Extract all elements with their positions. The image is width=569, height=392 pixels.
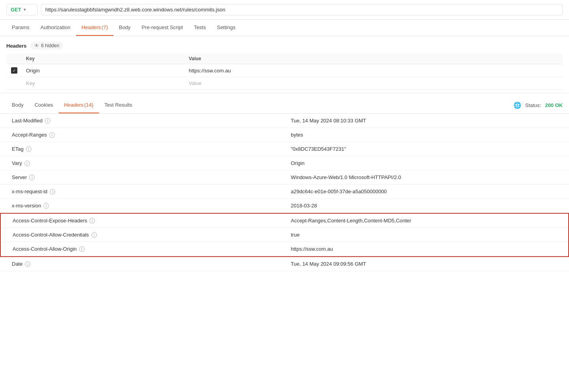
tab-pre-request-script[interactable]: Pre-request Script [136, 20, 188, 36]
resp-tab-body[interactable]: Body [6, 97, 29, 113]
key-placeholder-cell[interactable]: Key [22, 77, 185, 90]
checkbox-cell [6, 77, 22, 90]
table-row: x-ms-request-id i a29dc64c-e01e-005f-37d… [0, 185, 569, 199]
table-row: Access-Control-Expose-Headers i Accept-R… [1, 214, 568, 228]
info-icon[interactable]: i [50, 189, 55, 194]
info-icon[interactable]: i [91, 232, 97, 238]
table-row: Last-Modified i Tue, 14 May 2024 08:10:3… [0, 114, 569, 128]
resp-tab-cookies[interactable]: Cookies [29, 97, 59, 113]
table-row: ✓ Origin https://ssw.com.au [6, 64, 563, 77]
cors-group: Access-Control-Expose-Headers i Accept-R… [0, 213, 569, 257]
response-tabs: Body Cookies Headers(14) Test Results 🌐 … [0, 97, 569, 114]
info-icon[interactable]: i [89, 218, 95, 224]
col-checkbox [6, 54, 22, 64]
checkbox-cell[interactable]: ✓ [6, 64, 22, 77]
resp-value-cell: Windows-Azure-Web/1.0 Microsoft-HTTPAPI/… [284, 170, 569, 185]
globe-icon: 🌐 [513, 102, 521, 109]
info-icon[interactable]: i [25, 261, 30, 267]
key-cell: Origin [22, 64, 185, 77]
col-key: Key [22, 54, 185, 64]
table-row: ETag i "0x8DC73ED543F7231" [0, 142, 569, 156]
status-value: 200 OK [545, 102, 563, 108]
resp-key-cell: Server i [0, 170, 284, 185]
resp-key-cell: x-ms-version i [0, 199, 284, 213]
request-tabs: Params Authorization Headers(7) Body Pre… [0, 20, 569, 36]
response-section: Body Cookies Headers(14) Test Results 🌐 … [0, 97, 569, 271]
hidden-badge[interactable]: 👁 6 hidden [30, 42, 63, 50]
table-row: Access-Control-Allow-Origin i https://ss… [1, 242, 568, 256]
resp-value-cell: Origin [284, 156, 569, 170]
col-value: Value [185, 54, 563, 64]
info-icon[interactable]: i [45, 118, 50, 124]
url-input[interactable] [41, 4, 563, 15]
resp-value-cell: "0x8DC73ED543F7231" [284, 142, 569, 156]
value-cell: https://ssw.com.au [185, 64, 563, 77]
info-icon[interactable]: i [26, 146, 32, 152]
resp-tab-test-results[interactable]: Test Results [99, 97, 138, 113]
resp-key-cell: Last-Modified i [0, 114, 284, 128]
table-row: Accept-Ranges i bytes [0, 128, 569, 142]
info-icon[interactable]: i [79, 246, 85, 252]
date-header-table: Date i Tue, 14 May 2024 09:09:56 GMT [0, 257, 569, 271]
tab-params[interactable]: Params [6, 20, 35, 36]
resp-value-cell: Tue, 14 May 2024 09:09:56 GMT [284, 257, 569, 271]
method-label: GET [11, 7, 21, 13]
table-row: x-ms-version i 2018-03-28 [0, 199, 569, 213]
url-bar: GET ▼ [0, 0, 569, 20]
tab-settings[interactable]: Settings [211, 20, 241, 36]
info-icon[interactable]: i [49, 132, 55, 138]
eye-icon: 👁 [34, 43, 39, 48]
table-row: Vary i Origin [0, 156, 569, 170]
info-icon[interactable]: i [29, 175, 35, 180]
resp-key-cell: ETag i [0, 142, 284, 156]
tab-headers[interactable]: Headers(7) [76, 20, 113, 36]
resp-key-cell: x-ms-request-id i [0, 185, 284, 199]
resp-value-cell: Accept-Ranges,Content-Length,Content-MD5… [284, 214, 568, 228]
table-row: Date i Tue, 14 May 2024 09:09:56 GMT [0, 257, 569, 271]
table-row: Server i Windows-Azure-Web/1.0 Microsoft… [0, 170, 569, 185]
status-area: 🌐 Status: 200 OK [513, 102, 563, 109]
headers-label: Headers [6, 43, 26, 49]
resp-value-cell: 2018-03-28 [284, 199, 569, 213]
tab-tests[interactable]: Tests [188, 20, 211, 36]
resp-value-cell: bytes [284, 128, 569, 142]
resp-key-cell: Date i [0, 257, 284, 271]
cors-headers-table: Access-Control-Expose-Headers i Accept-R… [1, 214, 568, 256]
resp-key-cell: Access-Control-Allow-Credentials i [1, 228, 284, 242]
resp-key-cell: Access-Control-Allow-Origin i [1, 242, 284, 256]
tab-authorization[interactable]: Authorization [35, 20, 76, 36]
resp-key-cell: Access-Control-Expose-Headers i [1, 214, 284, 228]
headers-title-row: Headers 👁 6 hidden [6, 42, 563, 50]
table-row: Key Value [6, 77, 563, 90]
request-headers-table: Key Value ✓ Origin https://ssw.com.au [6, 54, 563, 90]
resp-key-cell: Accept-Ranges i [0, 128, 284, 142]
info-icon[interactable]: i [24, 161, 30, 166]
headers-section: Headers 👁 6 hidden Key Value ✓ Origin [0, 36, 569, 93]
info-icon[interactable]: i [43, 203, 49, 209]
chevron-down-icon: ▼ [23, 7, 27, 12]
resp-value-cell: a29dc64c-e01e-005f-37de-a5a050000000 [284, 185, 569, 199]
checkbox-checked-icon: ✓ [11, 67, 17, 74]
resp-value-cell: true [284, 228, 568, 242]
resp-key-cell: Vary i [0, 156, 284, 170]
tab-body[interactable]: Body [113, 20, 136, 36]
table-row: Access-Control-Allow-Credentials i true [1, 228, 568, 242]
value-placeholder-cell[interactable]: Value [185, 77, 563, 90]
method-selector[interactable]: GET ▼ [6, 4, 38, 15]
response-headers-table: Last-Modified i Tue, 14 May 2024 08:10:3… [0, 114, 569, 213]
status-label: Status: [525, 102, 541, 108]
resp-value-cell: Tue, 14 May 2024 08:10:33 GMT [284, 114, 569, 128]
hidden-count: 6 hidden [41, 43, 59, 48]
resp-value-cell: https://ssw.com.au [284, 242, 568, 256]
resp-tab-headers[interactable]: Headers(14) [59, 97, 99, 113]
